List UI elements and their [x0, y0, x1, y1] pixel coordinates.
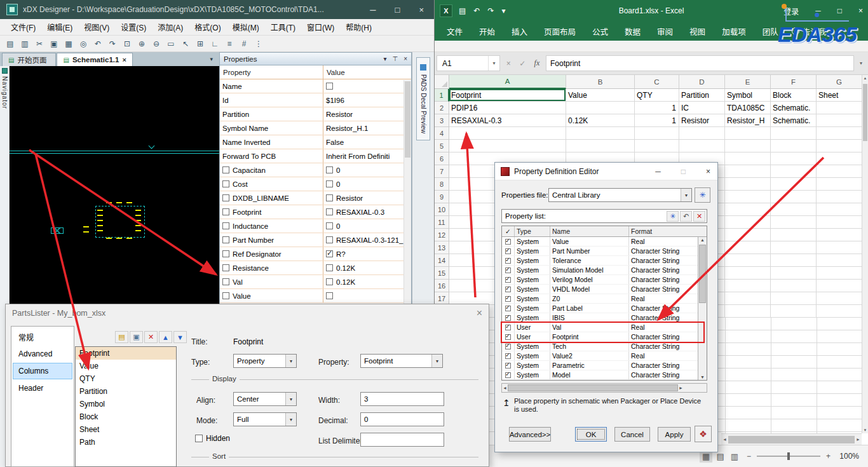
- column-header[interactable]: E: [725, 75, 771, 89]
- cell[interactable]: [725, 127, 771, 140]
- cell[interactable]: [817, 267, 862, 280]
- column-list-item[interactable]: Symbol: [76, 398, 176, 410]
- cell[interactable]: [566, 102, 635, 114]
- cell[interactable]: [771, 229, 817, 241]
- advanced-button[interactable]: Advanced>>: [509, 427, 551, 442]
- cell[interactable]: [725, 305, 771, 318]
- zoom-full-icon[interactable]: ▭: [165, 37, 177, 50]
- value-checkbox[interactable]: [326, 264, 333, 271]
- property-def-row[interactable]: System VHDL Model Character String: [502, 285, 707, 294]
- row-checkbox[interactable]: [505, 344, 511, 349]
- properties-file-select[interactable]: Central Library ▾: [548, 188, 692, 202]
- cell[interactable]: [771, 165, 817, 178]
- table-column-header[interactable]: Type: [515, 226, 550, 236]
- search-icon[interactable]: ◎: [77, 37, 90, 50]
- row-header[interactable]: 14: [435, 254, 449, 267]
- new-property-icon[interactable]: ✳: [667, 211, 679, 222]
- row-checkbox[interactable]: [505, 287, 511, 292]
- cell[interactable]: [817, 191, 862, 203]
- column-header[interactable]: A: [449, 75, 566, 89]
- zoom-window-icon[interactable]: ⊡: [121, 37, 133, 50]
- tab-list-dropdown-icon[interactable]: ▾: [210, 56, 213, 62]
- cell[interactable]: Schematic.: [771, 114, 817, 127]
- align-select[interactable]: Center ▾: [233, 392, 297, 406]
- row-checkbox[interactable]: [505, 325, 511, 330]
- chevron-down-icon[interactable]: ▾: [681, 189, 691, 201]
- value-checkbox[interactable]: [326, 166, 333, 173]
- insert-function-icon[interactable]: fx: [534, 58, 540, 68]
- value-checkbox[interactable]: [326, 250, 333, 257]
- document-tab[interactable]: ▤ 开始页面: [2, 53, 56, 66]
- cell[interactable]: [725, 292, 771, 305]
- table-column-header[interactable]: Name: [550, 226, 629, 236]
- cell[interactable]: PDIP16: [449, 102, 566, 114]
- cell[interactable]: [817, 241, 862, 254]
- zoom-in-icon[interactable]: ⊕: [135, 37, 148, 50]
- zoom-slider[interactable]: [757, 456, 820, 457]
- cell[interactable]: [566, 127, 635, 140]
- horizontal-scrollbar[interactable]: ◄ ►: [721, 433, 862, 445]
- menu-item[interactable]: 模拟(M): [227, 22, 265, 32]
- nav-item[interactable]: Header: [13, 380, 72, 396]
- decimal-input[interactable]: 0: [360, 412, 444, 426]
- column-header[interactable]: D: [679, 75, 725, 89]
- menu-item[interactable]: 帮助(H): [340, 22, 377, 32]
- row-checkbox[interactable]: [505, 267, 511, 273]
- hidden-checkbox[interactable]: Hidden: [195, 434, 230, 443]
- close-button[interactable]: ×: [858, 6, 863, 15]
- row-header[interactable]: 4: [435, 127, 449, 140]
- row-header[interactable]: 3: [435, 114, 449, 127]
- net-wire[interactable]: [10, 153, 219, 154]
- cell[interactable]: [817, 165, 862, 178]
- cell[interactable]: [817, 229, 862, 241]
- nav-item[interactable]: Columns: [13, 363, 72, 379]
- row-header[interactable]: 2: [435, 102, 449, 114]
- row-header[interactable]: 10: [435, 203, 449, 216]
- scroll-left-icon[interactable]: ◄: [722, 437, 727, 442]
- scroll-right-icon[interactable]: ►: [856, 437, 860, 442]
- menu-icon[interactable]: ▾: [383, 55, 386, 62]
- zoom-in-button[interactable]: +: [826, 452, 831, 461]
- cell[interactable]: Resistor: [679, 114, 725, 127]
- cell[interactable]: [725, 267, 771, 280]
- row-header[interactable]: 1: [435, 89, 449, 102]
- cell[interactable]: [449, 127, 566, 140]
- wire-mode-icon[interactable]: ∟: [208, 37, 221, 50]
- row-header[interactable]: 17: [435, 292, 449, 305]
- table-column-header[interactable]: Format: [629, 226, 698, 236]
- cell[interactable]: [817, 292, 862, 305]
- folder-icon[interactable]: ▤: [115, 331, 128, 343]
- scroll-up-icon[interactable]: ▲: [700, 238, 705, 242]
- cut-icon[interactable]: ✂: [33, 37, 46, 50]
- scroll-down-icon[interactable]: ▼: [864, 428, 867, 432]
- cell[interactable]: [817, 216, 862, 229]
- cell[interactable]: [817, 140, 862, 152]
- menu-item[interactable]: 格式(O): [189, 22, 226, 32]
- cell[interactable]: [771, 216, 817, 229]
- property-def-row[interactable]: System Verilog Model Character String: [502, 275, 707, 285]
- cell[interactable]: 1: [635, 114, 679, 127]
- property-select[interactable]: Footprint ▾: [360, 354, 443, 368]
- page-break-view-icon[interactable]: ▥: [728, 450, 741, 463]
- column-header[interactable]: F: [771, 75, 817, 89]
- value-checkbox[interactable]: [326, 236, 333, 243]
- ribbon-tab[interactable]: 开始: [471, 22, 503, 41]
- property-checkbox[interactable]: [222, 180, 229, 187]
- copy-icon[interactable]: ▣: [48, 37, 60, 50]
- property-def-row[interactable]: System Simulation Model Character String: [502, 266, 707, 275]
- cancel-icon[interactable]: ×: [506, 59, 511, 68]
- scrollbar-thumb[interactable]: [508, 384, 678, 391]
- cell[interactable]: [771, 191, 817, 203]
- mode-select[interactable]: Full ▾: [233, 412, 297, 426]
- menu-item[interactable]: 窗口(W): [301, 22, 340, 32]
- nav-item[interactable]: 常规: [13, 328, 72, 345]
- cell[interactable]: [679, 127, 725, 140]
- row-checkbox[interactable]: [505, 315, 511, 321]
- minimize-button[interactable]: ─: [815, 6, 821, 15]
- value-cell[interactable]: 0.12K: [323, 261, 411, 274]
- cell[interactable]: [817, 203, 862, 216]
- scrollbar-thumb[interactable]: [699, 245, 706, 303]
- chevron-down-icon[interactable]: ▾: [285, 413, 296, 426]
- property-def-row[interactable]: System Parametric Character String: [502, 361, 707, 370]
- row-header[interactable]: 6: [435, 152, 449, 165]
